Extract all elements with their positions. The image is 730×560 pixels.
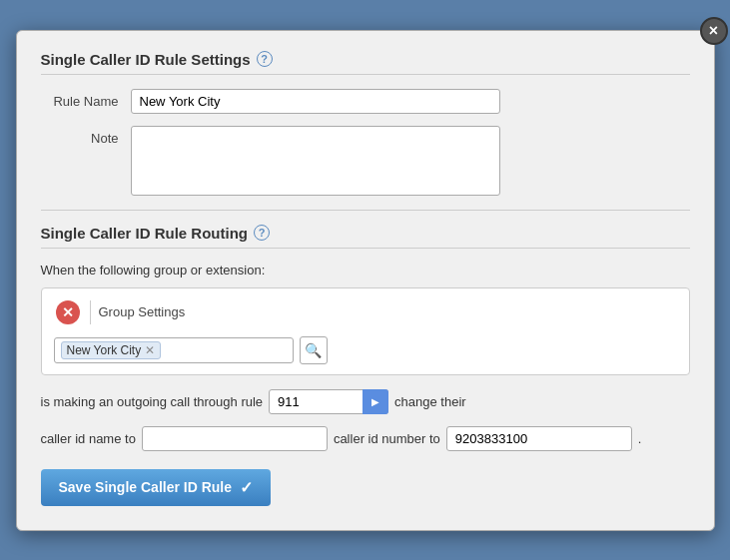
caller-id-name-input[interactable]	[142, 426, 328, 451]
note-label: Note	[41, 126, 131, 146]
group-settings-label: Group Settings	[99, 304, 186, 319]
settings-help-icon[interactable]: ?	[257, 51, 273, 67]
rule-name-input[interactable]	[131, 89, 500, 114]
rule-select-wrapper: 911 Any Custom	[269, 389, 388, 414]
save-button[interactable]: Save Single Caller ID Rule ✓	[41, 469, 272, 506]
rule-name-label: Rule Name	[41, 89, 131, 109]
note-row: Note	[41, 126, 690, 196]
routing-description: When the following group or extension:	[41, 263, 690, 278]
rule-select[interactable]: 911 Any Custom	[269, 389, 388, 414]
save-button-label: Save Single Caller ID Rule	[59, 479, 233, 495]
close-button[interactable]: ×	[700, 17, 728, 45]
tag-item: New York City ✕	[61, 341, 162, 359]
section-divider	[41, 210, 690, 211]
tag-remove-icon[interactable]: ✕	[145, 344, 155, 356]
tag-input-box[interactable]: New York City ✕	[54, 337, 294, 363]
caller-id-number-input[interactable]	[446, 426, 632, 451]
period: .	[638, 431, 642, 446]
caller-id-row: caller id name to caller id number to .	[41, 426, 690, 451]
close-icon: ×	[709, 22, 718, 40]
routing-help-icon[interactable]: ?	[254, 225, 270, 241]
note-textarea[interactable]	[131, 126, 500, 196]
tag-input-row: New York City ✕ 🔍	[54, 336, 677, 364]
outgoing-text-2: change their	[394, 394, 466, 409]
routing-section: Single Caller ID Rule Routing ? When the…	[41, 225, 690, 506]
search-icon: 🔍	[305, 342, 322, 358]
outgoing-call-row: is making an outgoing call through rule …	[41, 389, 690, 414]
checkmark-icon: ✓	[240, 478, 253, 497]
caller-id-number-label: caller id number to	[334, 431, 440, 446]
caller-id-name-label: caller id name to	[41, 431, 136, 446]
routing-section-title: Single Caller ID Rule Routing ?	[41, 225, 690, 249]
search-button[interactable]: 🔍	[300, 336, 328, 364]
modal-dialog: × Single Caller ID Rule Settings ? Rule …	[16, 30, 715, 531]
tag-label: New York City	[67, 343, 142, 357]
remove-group-button[interactable]: ✕	[54, 298, 82, 326]
settings-section-title: Single Caller ID Rule Settings ?	[41, 51, 690, 75]
remove-icon: ✕	[56, 300, 80, 324]
vertical-divider	[90, 300, 91, 324]
modal-overlay: × Single Caller ID Rule Settings ? Rule …	[0, 0, 730, 560]
rule-name-row: Rule Name	[41, 89, 690, 114]
group-header: ✕ Group Settings	[54, 298, 677, 326]
group-box: ✕ Group Settings New York City ✕ 🔍	[41, 287, 690, 375]
outgoing-text-1: is making an outgoing call through rule	[41, 394, 264, 409]
